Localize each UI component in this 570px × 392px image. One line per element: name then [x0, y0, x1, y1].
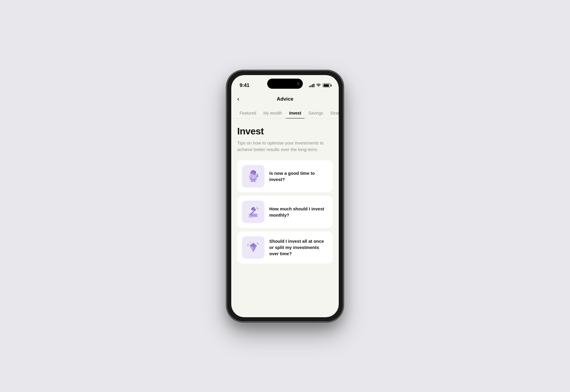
section-title: Invest	[237, 126, 333, 137]
svg-rect-8	[254, 180, 255, 182]
svg-rect-4	[252, 170, 254, 172]
dynamic-island	[267, 79, 303, 89]
tab-bar: Featured My wealth Invest Savings Strate…	[231, 108, 339, 119]
article-card-2[interactable]: How much should I invest monthly?	[237, 196, 333, 228]
pickaxe-icon	[244, 203, 262, 221]
phone-screen: 9:41	[231, 75, 339, 317]
camera-dot	[297, 82, 300, 85]
svg-point-26	[250, 242, 251, 242]
tab-my-wealth[interactable]: My wealth	[260, 108, 286, 118]
tab-strategy[interactable]: Strategy	[327, 108, 339, 118]
phone-device: 9:41	[227, 71, 343, 321]
piggy-bank-icon: $	[244, 167, 262, 185]
svg-point-13	[257, 208, 258, 209]
article-icon-bg-3	[242, 236, 265, 259]
article-card-3[interactable]: Should I invest all at once or split my …	[237, 231, 333, 264]
svg-text:$: $	[251, 174, 253, 177]
svg-point-22	[257, 243, 258, 244]
svg-point-14	[258, 209, 259, 210]
article-card-1[interactable]: $ Is now a good time to invest?	[237, 160, 333, 192]
status-time: 9:41	[240, 82, 249, 88]
svg-rect-7	[251, 180, 253, 182]
article-title-3: Should I invest all at once or split my …	[269, 238, 328, 257]
wifi-icon	[316, 83, 321, 88]
page-title: Advice	[277, 96, 293, 102]
svg-point-2	[254, 171, 256, 173]
articles-list: $ Is now a good time to invest?	[237, 160, 333, 266]
svg-point-6	[250, 180, 257, 182]
svg-point-24	[249, 243, 250, 244]
article-title-1: Is now a good time to invest?	[269, 170, 328, 182]
svg-point-15	[256, 207, 257, 207]
tab-featured[interactable]: Featured	[236, 108, 260, 118]
article-icon-bg-1: $	[242, 165, 265, 188]
status-icons	[309, 83, 330, 88]
main-content: Invest Tips on how to optimise your inve…	[231, 119, 339, 272]
back-button[interactable]: ‹	[237, 94, 242, 104]
article-icon-bg-2	[242, 201, 265, 223]
diamond-icon	[244, 239, 262, 256]
svg-point-5	[256, 175, 258, 177]
svg-point-23	[258, 244, 259, 245]
article-title-2: How much should I invest monthly?	[269, 206, 328, 218]
nav-header: ‹ Advice	[231, 92, 339, 108]
svg-point-25	[247, 245, 248, 246]
tab-savings[interactable]: Savings	[305, 108, 327, 118]
section-description: Tips on how to optimise your investments…	[237, 140, 333, 153]
tab-invest[interactable]: Invest	[286, 108, 305, 118]
battery-icon	[323, 83, 330, 87]
signal-icon	[309, 84, 314, 87]
